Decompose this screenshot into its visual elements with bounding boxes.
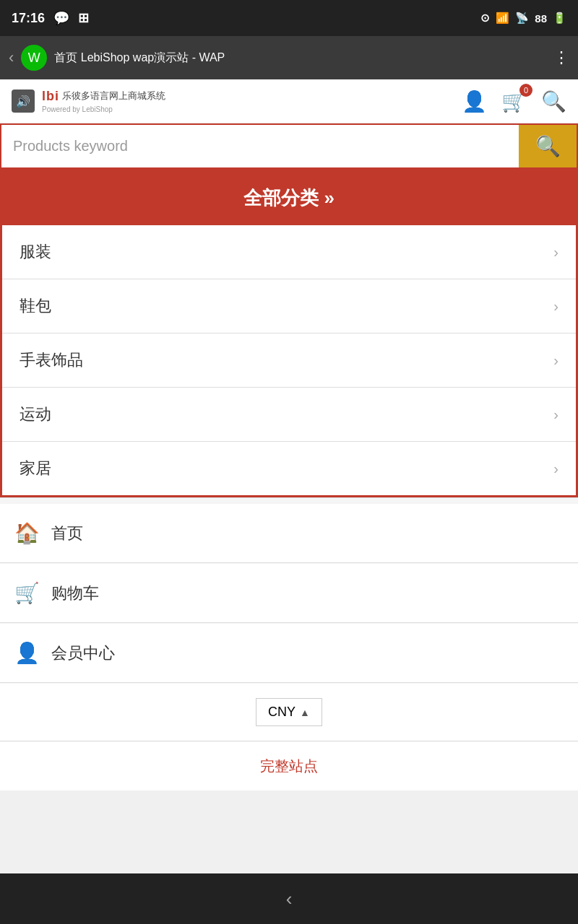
chat-icon: 💬 bbox=[53, 10, 69, 26]
currency-arrow-icon: ▲ bbox=[300, 707, 310, 718]
category-name-yundong: 运动 bbox=[20, 404, 51, 425]
status-bar: 17:16 💬 ⊞ ⊙ 📶 📡 88 🔋 bbox=[0, 0, 578, 36]
web-content: 🔊 lbi 乐彼多语言网上商城系统 Powered by LebiShop 👤 … bbox=[0, 79, 578, 790]
wifi-icon: 📶 bbox=[496, 12, 509, 25]
logo-text-area: lbi 乐彼多语言网上商城系统 Powered by LebiShop bbox=[42, 88, 165, 114]
browser-menu-button[interactable]: ⋮ bbox=[553, 48, 569, 67]
search-button-icon: 🔍 bbox=[535, 134, 561, 158]
currency-section: CNY ▲ bbox=[0, 684, 578, 741]
nav-label-cart: 购物车 bbox=[51, 583, 99, 604]
battery-icon: 🔋 bbox=[553, 12, 566, 25]
nav-item-cart[interactable]: 🛒 购物车 bbox=[0, 564, 578, 623]
category-item-jiaju[interactable]: 家居 › bbox=[2, 442, 576, 495]
cart-badge: 0 bbox=[519, 84, 532, 97]
chevron-right-icon: › bbox=[553, 406, 558, 423]
wechat-icon: W bbox=[21, 45, 47, 71]
logo-powered: Powered by LebiShop bbox=[42, 105, 165, 114]
currency-value: CNY bbox=[268, 705, 296, 720]
category-name-shoubiaoshipin: 手表饰品 bbox=[20, 349, 83, 371]
logo-area: 🔊 lbi 乐彼多语言网上商城系统 Powered by LebiShop bbox=[12, 88, 165, 114]
search-bar: 🔍 bbox=[0, 123, 578, 169]
site-icons: 👤 🛒 0 🔍 bbox=[462, 90, 566, 113]
search-button[interactable]: 🔍 bbox=[519, 125, 577, 167]
back-button[interactable]: ‹ bbox=[286, 888, 293, 910]
user-icon-button[interactable]: 👤 bbox=[462, 90, 487, 113]
nav-item-member[interactable]: 👤 会员中心 bbox=[0, 624, 578, 683]
category-item-shoubiaoshipin[interactable]: 手表饰品 › bbox=[2, 334, 576, 388]
grid-icon: ⊞ bbox=[78, 10, 89, 26]
chevron-right-icon: › bbox=[553, 244, 558, 261]
chevron-right-icon: › bbox=[553, 298, 558, 315]
logo-brand: lbi bbox=[42, 88, 59, 105]
currency-selector[interactable]: CNY ▲ bbox=[256, 698, 322, 726]
category-item-fuzhuang[interactable]: 服装 › bbox=[2, 225, 576, 279]
member-icon: 👤 bbox=[14, 641, 40, 665]
nav-label-member: 会员中心 bbox=[51, 642, 115, 664]
category-name-fuzhuang: 服装 bbox=[20, 241, 51, 263]
bottom-nav: 🏠 首页 🛒 购物车 👤 会员中心 CNY ▲ 完整站点 bbox=[0, 497, 578, 790]
cart-nav-icon: 🛒 bbox=[14, 581, 40, 605]
category-name-jiaju: 家居 bbox=[20, 458, 51, 479]
search-input[interactable] bbox=[1, 125, 519, 167]
search-icon-button[interactable]: 🔍 bbox=[541, 90, 566, 113]
category-item-xiebao[interactable]: 鞋包 › bbox=[2, 279, 576, 334]
audio-icon[interactable]: 🔊 bbox=[12, 90, 35, 113]
chevron-right-icon: › bbox=[553, 352, 558, 369]
browser-back-button[interactable]: ‹ bbox=[9, 48, 14, 67]
signal-icon: 📡 bbox=[515, 12, 529, 25]
bottom-bar: ‹ bbox=[0, 873, 578, 924]
browser-title: 首页 LebiShop wap演示站 - WAP bbox=[54, 51, 546, 66]
site-header: 🔊 lbi 乐彼多语言网上商城系统 Powered by LebiShop 👤 … bbox=[0, 79, 578, 123]
cart-icon-button[interactable]: 🛒 0 bbox=[501, 90, 527, 113]
nav-label-home: 首页 bbox=[51, 523, 83, 544]
full-site-link[interactable]: 完整站点 bbox=[0, 742, 578, 790]
battery-display: 88 bbox=[535, 12, 547, 25]
category-list: 服装 › 鞋包 › 手表饰品 › 运动 › 家居 › bbox=[2, 225, 576, 495]
browser-bar: ‹ W 首页 LebiShop wap演示站 - WAP ⋮ bbox=[0, 36, 578, 79]
time-display: 17:16 bbox=[12, 11, 45, 26]
status-right: ⊙ 📶 📡 88 🔋 bbox=[480, 12, 566, 25]
chevron-right-icon: › bbox=[553, 461, 558, 477]
category-section: 全部分类 » 服装 › 鞋包 › 手表饰品 › 运动 › 家居 › bbox=[0, 169, 578, 497]
category-item-yundong[interactable]: 运动 › bbox=[2, 388, 576, 442]
category-name-xiebao: 鞋包 bbox=[20, 295, 51, 317]
status-left: 17:16 💬 ⊞ bbox=[12, 10, 89, 26]
logo-tagline: 乐彼多语言网上商城系统 bbox=[62, 90, 165, 103]
home-icon: 🏠 bbox=[14, 521, 40, 545]
clock-icon: ⊙ bbox=[480, 12, 490, 25]
nav-item-home[interactable]: 🏠 首页 bbox=[0, 504, 578, 563]
category-header[interactable]: 全部分类 » bbox=[2, 171, 576, 225]
